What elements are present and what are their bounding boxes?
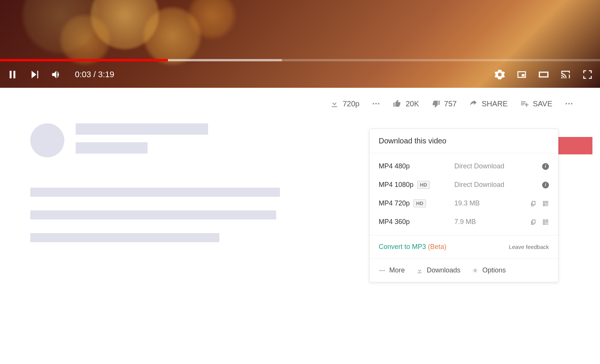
- footer-downloads-label: Downloads: [427, 266, 460, 274]
- hd-badge: HD: [417, 181, 430, 189]
- download-option-row[interactable]: MP4 720pHD19.3 MB: [379, 194, 549, 213]
- download-icon: [330, 99, 339, 108]
- svg-point-10: [473, 268, 477, 273]
- footer-downloads-button[interactable]: Downloads: [416, 266, 460, 274]
- info-icon[interactable]: i: [542, 163, 549, 170]
- download-format: MP4 480p: [379, 162, 454, 170]
- footer-more-button[interactable]: More: [379, 266, 405, 274]
- svg-point-7: [382, 270, 383, 271]
- download-row-icons: i: [542, 163, 549, 170]
- next-icon[interactable]: [29, 69, 40, 80]
- download-format: MP4 720pHD: [379, 199, 454, 207]
- download-meta: Direct Download: [454, 181, 542, 189]
- share-icon: [469, 99, 478, 108]
- playlist-add-icon: [520, 99, 529, 108]
- download-icon: [416, 267, 423, 274]
- dislike-count: 757: [444, 100, 457, 108]
- dislike-button[interactable]: 757: [431, 99, 457, 108]
- time-current: 0:03: [75, 70, 91, 79]
- dots-icon: [379, 267, 385, 274]
- svg-point-2: [378, 103, 379, 104]
- hd-badge: HD: [413, 199, 426, 207]
- download-option-row[interactable]: MP4 360p7.9 MB: [379, 213, 549, 231]
- svg-point-4: [568, 103, 570, 104]
- download-quality-button[interactable]: 720p: [330, 99, 360, 108]
- popup-title: Download this video: [370, 129, 558, 153]
- download-option-row[interactable]: MP4 480pDirect Downloadi: [379, 157, 549, 176]
- download-format: MP4 1080pHD: [379, 181, 454, 189]
- placeholder-line: [30, 210, 276, 219]
- popup-body: MP4 480pDirect DownloadiMP4 1080pHDDirec…: [370, 153, 558, 235]
- fullscreen-icon[interactable]: [582, 69, 593, 80]
- thumbs-down-icon: [431, 99, 440, 108]
- like-count: 20K: [406, 100, 419, 108]
- convert-label: Convert to MP3: [379, 243, 426, 250]
- overflow-dots-icon[interactable]: [564, 99, 574, 108]
- qr-icon[interactable]: [542, 200, 549, 207]
- footer-options-label: Options: [482, 266, 506, 274]
- footer-more-label: More: [389, 266, 405, 274]
- svg-point-1: [375, 103, 377, 104]
- download-row-icons: i: [542, 182, 549, 188]
- placeholder-line: [30, 233, 219, 242]
- placeholder-line: [30, 188, 280, 197]
- settings-icon[interactable]: [494, 69, 505, 80]
- share-label: SHARE: [482, 100, 508, 108]
- channel-text-placeholder: [76, 123, 208, 154]
- popup-footer: More Downloads Options: [370, 259, 558, 282]
- options-gear-icon: [472, 267, 479, 274]
- save-button[interactable]: SAVE: [520, 99, 552, 108]
- svg-point-6: [379, 270, 381, 271]
- save-label: SAVE: [533, 100, 552, 108]
- copy-icon[interactable]: [530, 200, 537, 207]
- volume-icon[interactable]: [51, 69, 62, 80]
- svg-point-8: [384, 270, 385, 271]
- svg-point-0: [373, 103, 374, 104]
- footer-options-button[interactable]: Options: [472, 266, 506, 274]
- pause-icon[interactable]: [7, 69, 18, 80]
- convert-mp3-button[interactable]: Convert to MP3 (Beta): [379, 243, 446, 251]
- time-display: 0:03 / 3:19: [75, 70, 114, 79]
- share-button[interactable]: SHARE: [469, 99, 508, 108]
- video-player[interactable]: 0:03 / 3:19: [0, 0, 600, 88]
- more-dots-icon[interactable]: [372, 99, 381, 108]
- download-row-icons: [530, 219, 549, 226]
- svg-point-9: [474, 269, 476, 271]
- download-meta: Direct Download: [454, 162, 542, 170]
- download-meta: 19.3 MB: [454, 199, 530, 207]
- leave-feedback-link[interactable]: Leave feedback: [509, 244, 549, 250]
- cast-icon[interactable]: [560, 69, 571, 80]
- like-button[interactable]: 20K: [393, 99, 419, 108]
- beta-label: (Beta): [428, 243, 446, 250]
- channel-avatar-placeholder: [30, 123, 64, 157]
- svg-point-3: [566, 103, 567, 104]
- placeholder-line: [76, 142, 148, 154]
- action-row: 720p 20K 757 SHARE SAVE: [8, 99, 592, 108]
- theater-icon[interactable]: [538, 69, 549, 80]
- download-quality-label: 720p: [343, 100, 360, 108]
- placeholder-line: [76, 123, 208, 135]
- qr-icon[interactable]: [542, 219, 549, 226]
- download-format: MP4 360p: [379, 218, 454, 226]
- miniplayer-icon[interactable]: [516, 69, 527, 80]
- download-meta: 7.9 MB: [454, 218, 530, 226]
- time-total: 3:19: [98, 70, 114, 79]
- info-icon[interactable]: i: [542, 182, 549, 188]
- download-row-icons: [530, 200, 549, 207]
- copy-icon[interactable]: [530, 219, 537, 226]
- controls-right: [494, 69, 593, 80]
- svg-point-5: [571, 103, 572, 104]
- download-option-row[interactable]: MP4 1080pHDDirect Downloadi: [379, 176, 549, 194]
- player-controls: 0:03 / 3:19: [0, 61, 600, 88]
- popup-mid: Convert to MP3 (Beta) Leave feedback: [370, 235, 558, 259]
- controls-left: 0:03 / 3:19: [7, 69, 114, 80]
- thumbs-up-icon: [393, 99, 402, 108]
- download-popup: Download this video MP4 480pDirect Downl…: [369, 129, 558, 282]
